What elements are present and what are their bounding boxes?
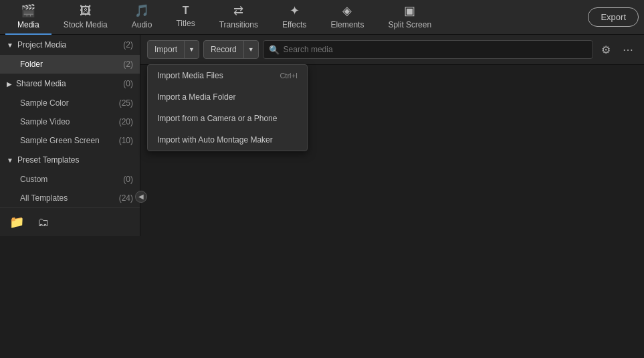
import-media-folder-label: Import a Media Folder <box>157 92 235 102</box>
sidebar-item-all-templates[interactable]: All Templates (24) <box>0 189 140 207</box>
sidebar-collapse-button[interactable]: ◀ <box>135 191 147 203</box>
nav-label-transitions: Transitions <box>219 20 258 29</box>
nav-item-elements[interactable]: ◈ Elements <box>318 0 376 35</box>
nav-item-stock-media[interactable]: 🖼 Stock Media <box>51 0 120 35</box>
sidebar-item-custom[interactable]: Custom (0) <box>0 170 140 189</box>
custom-label: Custom <box>20 175 47 184</box>
sidebar-wrapper: ▼ Project Media (2) Folder (2) ▶ Shared … <box>0 35 140 358</box>
import-dropdown-button[interactable]: Import ▼ <box>147 40 199 59</box>
sidebar-item-sample-green-screen[interactable]: Sample Green Screen (10) <box>0 131 140 150</box>
stock-media-icon: 🖼 <box>80 4 92 18</box>
collapse-icon: ◀ <box>138 193 144 200</box>
transitions-icon: ⇄ <box>233 3 243 18</box>
import-auto-montage-item[interactable]: Import with Auto Montage Maker <box>148 129 307 151</box>
sidebar-section-preset-templates[interactable]: ▼ Preset Templates <box>0 150 140 170</box>
nav-item-transitions[interactable]: ⇄ Transitions <box>207 0 270 35</box>
audio-icon: 🎵 <box>134 3 149 18</box>
sidebar: ▼ Project Media (2) Folder (2) ▶ Shared … <box>0 35 140 236</box>
sidebar-item-sample-video[interactable]: Sample Video (20) <box>0 112 140 131</box>
nav-label-stock-media: Stock Media <box>64 20 108 29</box>
import-dropdown-menu: Import Media Files Ctrl+I Import a Media… <box>147 64 308 151</box>
nav-label-audio: Audio <box>132 20 152 29</box>
all-templates-count: (24) <box>119 193 133 203</box>
titles-icon: T <box>183 5 189 17</box>
import-from-camera-item[interactable]: Import from a Camera or a Phone <box>148 108 307 129</box>
new-folder-button[interactable]: 📁 <box>5 213 28 231</box>
search-input[interactable] <box>284 45 587 54</box>
custom-count: (0) <box>123 175 133 184</box>
import-media-files-shortcut: Ctrl+I <box>280 72 298 80</box>
nav-item-effects[interactable]: ✦ Effects <box>270 0 318 35</box>
content-area: Import ▼ Record ▼ 🔍 ⚙ ⋯ Import Media Fil… <box>140 35 644 358</box>
top-nav: 🎬 Media 🖼 Stock Media 🎵 Audio T Titles ⇄… <box>0 0 644 35</box>
elements-icon: ◈ <box>342 3 352 18</box>
triangle-preset-icon: ▼ <box>7 157 13 164</box>
preset-templates-label: Preset Templates <box>17 155 80 165</box>
nav-label-media: Media <box>17 20 39 29</box>
nav-item-audio[interactable]: 🎵 Audio <box>120 0 165 35</box>
import-media-folder-item[interactable]: Import a Media Folder <box>148 86 307 108</box>
nav-label-titles: Titles <box>176 19 195 28</box>
shared-media-count: (0) <box>123 79 133 88</box>
folder-count: (2) <box>123 60 133 69</box>
triangle-shared-icon: ▶ <box>7 80 12 88</box>
search-bar: 🔍 <box>263 40 593 59</box>
import-media-files-label: Import Media Files <box>157 71 223 80</box>
sidebar-section-shared-media[interactable]: ▶ Shared Media (0) <box>0 74 140 94</box>
sample-green-screen-label: Sample Green Screen <box>20 136 100 145</box>
triangle-icon: ▼ <box>7 41 13 49</box>
record-dropdown-button[interactable]: Record ▼ <box>203 40 259 59</box>
folder-label: Folder <box>20 60 43 69</box>
sample-color-count: (25) <box>119 98 133 108</box>
nav-label-split-screen: Split Screen <box>388 20 431 29</box>
import-from-camera-label: Import from a Camera or a Phone <box>157 114 277 123</box>
shared-media-label: Shared Media <box>16 79 66 88</box>
toolbar: Import ▼ Record ▼ 🔍 ⚙ ⋯ <box>140 35 644 65</box>
project-media-count: (2) <box>123 40 133 50</box>
sample-video-count: (20) <box>119 117 133 126</box>
sidebar-item-sample-color[interactable]: Sample Color (25) <box>0 94 140 112</box>
import-media-files-item[interactable]: Import Media Files Ctrl+I <box>148 65 307 86</box>
nav-item-media[interactable]: 🎬 Media <box>5 0 51 35</box>
nav-item-titles[interactable]: T Titles <box>164 0 207 35</box>
record-button-label[interactable]: Record <box>204 41 244 58</box>
filter-button[interactable]: ⚙ <box>597 41 615 59</box>
sidebar-item-folder[interactable]: Folder (2) <box>0 55 140 74</box>
media-icon: 🎬 <box>21 3 35 18</box>
search-icon: 🔍 <box>269 45 280 55</box>
add-folder-button[interactable]: 🗂 <box>33 213 53 231</box>
export-button[interactable]: Export <box>588 7 639 27</box>
sample-green-screen-count: (10) <box>119 136 133 145</box>
sample-video-label: Sample Video <box>20 117 70 126</box>
sidebar-section-project-media[interactable]: ▼ Project Media (2) <box>0 35 140 55</box>
nav-label-effects: Effects <box>282 20 306 29</box>
import-auto-montage-label: Import with Auto Montage Maker <box>157 135 273 145</box>
all-templates-label: All Templates <box>20 193 68 203</box>
effects-icon: ✦ <box>290 3 300 18</box>
main-layout: ▼ Project Media (2) Folder (2) ▶ Shared … <box>0 35 644 358</box>
project-media-label: Project Media <box>17 40 66 50</box>
split-screen-icon: ▣ <box>404 3 415 18</box>
sample-color-label: Sample Color <box>20 98 69 108</box>
nav-label-elements: Elements <box>330 20 364 29</box>
import-arrow-icon[interactable]: ▼ <box>185 41 199 58</box>
nav-item-split-screen[interactable]: ▣ Split Screen <box>376 0 443 35</box>
import-button-label[interactable]: Import <box>148 41 185 58</box>
record-arrow-icon[interactable]: ▼ <box>244 41 258 58</box>
sidebar-bottom: 📁 🗂 <box>0 207 140 236</box>
grid-view-button[interactable]: ⋯ <box>619 41 637 59</box>
